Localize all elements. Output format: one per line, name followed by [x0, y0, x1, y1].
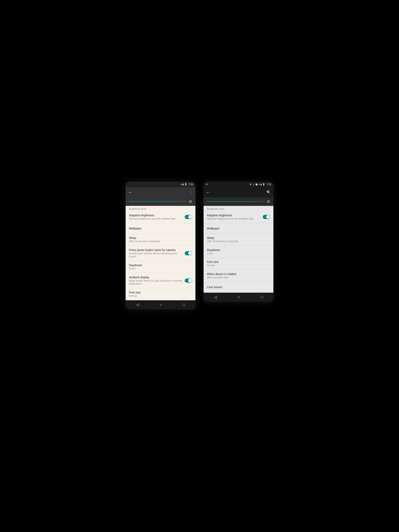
daydream-item-2[interactable]: Daydream Clock [204, 246, 273, 258]
gear-icon-2[interactable]: ⚙ [267, 199, 270, 204]
status-bar-2: ✉ ⚡ ◻ ⏰ ▾ ▮ 🔋 7:52 [204, 182, 273, 187]
brightness-fill-2 [207, 201, 253, 202]
wallpaper-title-2: Wallpaper [207, 227, 270, 230]
gear-icon-1[interactable]: ⚙ [189, 199, 192, 204]
recents-nav-1[interactable]: □ [183, 303, 185, 307]
signal-icon: ▮ [183, 183, 184, 186]
wifi-icon: ▾ [181, 183, 182, 186]
font-size-subtitle-1: Normal [129, 295, 192, 298]
ambient-display-title-1: Ambient display [129, 276, 183, 279]
brightness-level-label-2: Brightness level [204, 206, 273, 211]
wallpaper-item-2[interactable]: Wallpaper [204, 223, 273, 234]
phone-1: ▾ ▮ 🔋 7:52 ← ⋮ ⚙ Brightness level [126, 182, 195, 310]
header-bar-2: ← 🔍 [204, 187, 273, 197]
nav-bar-1: ◁ ○ □ [126, 300, 195, 309]
cast-screen-title-2: Cast screen [207, 285, 270, 289]
status-icons-right-2: ⚡ ◻ ⏰ ▾ ▮ 🔋 7:52 [249, 183, 271, 186]
adaptive-brightness-title-1: Adaptive brightness [129, 214, 183, 217]
rotation-title-2: When device is rotated [207, 272, 270, 276]
phones-container: ▾ ▮ 🔋 7:52 ← ⋮ ⚙ Brightness level [126, 182, 273, 310]
phone-2: ✉ ⚡ ◻ ⏰ ▾ ▮ 🔋 7:52 ← 🔍 ⚙ [204, 182, 273, 302]
sleep-title-1: Sleep [129, 236, 192, 240]
cast-screen-item-2[interactable]: Cast screen [204, 282, 273, 293]
power-camera-item-1[interactable]: Press power button twice for camera Quic… [126, 246, 195, 261]
power-camera-title-1: Press power button twice for camera [129, 248, 183, 252]
nav-bar-2: ◁ ○ □ [204, 293, 273, 302]
status-icons-1: ▾ ▮ 🔋 7:52 [181, 183, 193, 186]
power-camera-toggle-1[interactable] [185, 251, 192, 255]
brightness-fill-1 [129, 201, 175, 202]
search-button-2[interactable]: 🔍 [266, 190, 271, 195]
font-size-title-1: Font size [129, 291, 192, 294]
sleep-subtitle-1: After 30 seconds of inactivity [129, 240, 192, 243]
menu-button-1[interactable]: ⋮ [189, 190, 193, 195]
battery-icon-2: 🔋 [262, 183, 265, 186]
ambient-display-toggle-1[interactable] [185, 279, 192, 283]
daydream-title-1: Daydream [129, 264, 192, 267]
settings-content-1: Brightness level Adaptive brightness Opt… [126, 206, 195, 300]
rotation-subtitle-2: Stay in portrait view [207, 276, 270, 279]
daydream-subtitle-1: Clock [129, 267, 192, 271]
daydream-subtitle-2: Clock [207, 252, 270, 255]
home-nav-2[interactable]: ○ [238, 295, 240, 299]
adaptive-brightness-item-2[interactable]: Adaptive brightness Optimize brightness … [204, 211, 273, 223]
wifi-icon-2: ▾ [259, 183, 260, 186]
back-button-1[interactable]: ← [128, 190, 132, 195]
wallpaper-item-1[interactable]: Wallpaper [126, 223, 195, 234]
daydream-item-1[interactable]: Daydream Clock [126, 261, 195, 273]
sleep-item-2[interactable]: Sleep After 30 seconds of inactivity [204, 234, 273, 246]
time-display-2: 7:52 [267, 183, 271, 186]
brightness-popup-1: ⚙ [126, 197, 195, 206]
font-size-subtitle-2: Normal [207, 264, 270, 267]
status-icons-left-2: ✉ [206, 183, 208, 186]
brightness-level-label-1: Brightness level [126, 206, 195, 211]
bluetooth-icon: ⚡ [249, 183, 252, 186]
font-size-title-2: Font size [207, 260, 270, 264]
adaptive-brightness-toggle-1[interactable] [185, 215, 192, 219]
ambient-display-item-1[interactable]: Ambient display Wake screen when you pic… [126, 273, 195, 288]
back-nav-2[interactable]: ◁ [214, 295, 217, 299]
recents-nav-2[interactable]: □ [261, 295, 263, 299]
adaptive-brightness-subtitle-2: Optimize brightness level for available … [207, 217, 261, 221]
adaptive-brightness-subtitle-1: Optimize brightness level for available … [129, 217, 183, 221]
adaptive-brightness-toggle-2[interactable] [263, 215, 270, 219]
sleep-title-2: Sleep [207, 236, 270, 240]
header-bar-1: ← ⋮ [126, 187, 195, 197]
font-size-item-1[interactable]: Font size Normal [126, 288, 195, 300]
back-button-2[interactable]: ← [206, 190, 210, 195]
time-display-1: 7:52 [189, 183, 193, 186]
email-icon: ✉ [206, 183, 208, 186]
home-nav-1[interactable]: ○ [160, 303, 162, 307]
adaptive-brightness-title-2: Adaptive brightness [207, 214, 261, 217]
settings-content-2: Brightness level Adaptive brightness Opt… [204, 206, 273, 293]
rotation-item-2[interactable]: When device is rotated Stay in portrait … [204, 270, 273, 282]
power-camera-subtitle-1: Quickly open camera without unlocking yo… [129, 252, 183, 258]
nfc-icon: ◻ [253, 183, 254, 186]
alarm-icon: ⏰ [255, 183, 258, 186]
sleep-item-1[interactable]: Sleep After 30 seconds of inactivity [126, 234, 195, 246]
daydream-title-2: Daydream [207, 248, 270, 252]
battery-icon: 🔋 [184, 183, 187, 186]
ambient-display-subtitle-1: Wake screen when you pick up device or r… [129, 279, 183, 286]
signal-icon-2: ▮ [260, 183, 262, 186]
sleep-subtitle-2: After 30 seconds of inactivity [207, 240, 270, 243]
font-size-item-2[interactable]: Font size Normal [204, 258, 273, 270]
brightness-popup-2: ⚙ [204, 197, 273, 206]
status-bar-1: ▾ ▮ 🔋 7:52 [126, 182, 195, 187]
wallpaper-title-1: Wallpaper [129, 227, 192, 230]
brightness-slider-2[interactable] [207, 201, 265, 202]
back-nav-1[interactable]: ◁ [136, 303, 139, 307]
brightness-slider-1[interactable] [129, 201, 187, 202]
adaptive-brightness-item-1[interactable]: Adaptive brightness Optimize brightness … [126, 211, 195, 223]
